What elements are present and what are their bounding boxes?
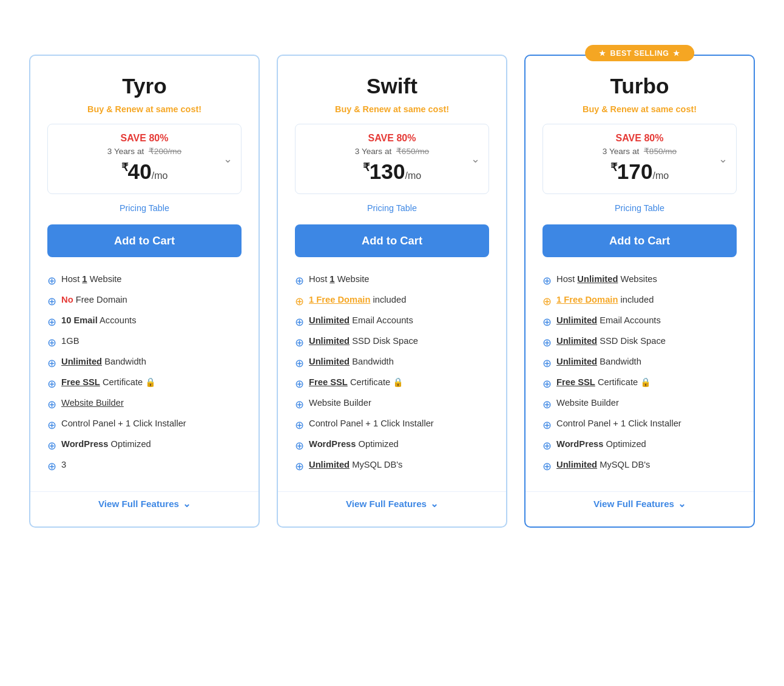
- badge-star-right: ★: [673, 49, 680, 58]
- pricing-table-anchor[interactable]: Pricing Table: [367, 203, 417, 213]
- feature-item: ⊕ Free SSL Certificate 🔒: [47, 374, 242, 394]
- feature-check-icon: ⊕: [47, 316, 56, 329]
- feature-item: ⊕ Unlimited Bandwidth: [542, 353, 737, 374]
- feature-item: ⊕ Unlimited SSD Disk Space: [295, 332, 489, 353]
- feature-item: ⊕ Website Builder: [542, 394, 737, 415]
- save-label: SAVE 80%: [58, 133, 231, 144]
- plan-card-turbo: ★ BEST SELLING ★ Turbo Buy & Renew at sa…: [524, 55, 755, 528]
- years-line: 3 Years at ₹650/mo: [305, 146, 479, 156]
- best-selling-badge: ★ BEST SELLING ★: [585, 45, 694, 61]
- chevron-down-icon[interactable]: ⌄: [223, 153, 232, 166]
- feature-item: ⊕ Host Unlimited Websites: [542, 271, 737, 291]
- plan-name: Tyro: [47, 74, 242, 98]
- feature-check-icon: ⊕: [47, 460, 56, 473]
- pricing-table-anchor[interactable]: Pricing Table: [120, 203, 169, 213]
- feature-item: ⊕ Unlimited Bandwidth: [295, 353, 489, 374]
- feature-check-icon: ⊕: [47, 295, 56, 308]
- chevron-down-icon: ⌄: [183, 498, 191, 509]
- view-features-link[interactable]: View Full Features ⌄: [542, 492, 737, 509]
- feature-check-icon: ⊕: [542, 398, 552, 411]
- feature-check-icon: ⊕: [295, 378, 304, 391]
- feature-item: ⊕ Free SSL Certificate 🔒: [295, 374, 489, 394]
- feature-item: ⊕ Unlimited Bandwidth: [47, 353, 242, 374]
- view-features-link[interactable]: View Full Features ⌄: [47, 492, 242, 509]
- pricing-table-anchor[interactable]: Pricing Table: [615, 203, 664, 213]
- feature-item: ⊕ Website Builder: [295, 394, 489, 415]
- features-list: ⊕ Host Unlimited Websites ⊕ 1 Free Domai…: [542, 271, 737, 477]
- feature-check-icon: ⊕: [47, 419, 56, 432]
- add-to-cart-button[interactable]: Add to Cart: [542, 224, 737, 257]
- feature-item: ⊕ 3: [47, 456, 242, 477]
- plan-card-tyro: Tyro Buy & Renew at same cost! SAVE 80% …: [29, 55, 260, 528]
- feature-check-icon: ⊕: [47, 378, 56, 391]
- pricing-box[interactable]: SAVE 80% 3 Years at ₹200/mo ₹40/mo ⌄: [47, 124, 242, 194]
- plan-tagline: Buy & Renew at same cost!: [542, 104, 737, 114]
- feature-check-icon: ⊕: [542, 337, 552, 349]
- per-mo: /mo: [653, 170, 669, 181]
- feature-check-icon: ⊕: [295, 398, 304, 411]
- current-price: ₹40/mo: [58, 160, 231, 184]
- feature-check-icon: ⊕: [295, 357, 304, 370]
- feature-item: ⊕ Control Panel + 1 Click Installer: [295, 415, 489, 435]
- feature-check-icon: ⊕: [295, 460, 304, 473]
- view-features-link[interactable]: View Full Features ⌄: [295, 492, 489, 509]
- feature-item: ⊕ No Free Domain: [47, 291, 242, 312]
- feature-item: ⊕ Website Builder: [47, 394, 242, 415]
- feature-item: ⊕ Unlimited Email Accounts: [295, 312, 489, 332]
- feature-check-icon: ⊕: [542, 357, 552, 370]
- feature-check-icon: ⊕: [47, 398, 56, 411]
- feature-check-icon: ⊕: [295, 316, 304, 329]
- feature-item: ⊕ WordPress Optimized: [542, 435, 737, 456]
- feature-check-icon: ⊕: [295, 295, 304, 308]
- feature-item: ⊕ 1GB: [47, 332, 242, 353]
- view-features-label: View Full Features: [346, 499, 427, 509]
- plan-tagline: Buy & Renew at same cost!: [295, 104, 489, 114]
- chevron-down-icon[interactable]: ⌄: [471, 153, 480, 166]
- features-list: ⊕ Host 1 Website ⊕ 1 Free Domain include…: [295, 271, 489, 477]
- feature-check-icon: ⊕: [542, 275, 552, 288]
- feature-check-icon: ⊕: [295, 419, 304, 432]
- view-features-label: View Full Features: [593, 499, 674, 509]
- feature-check-icon: ⊕: [542, 316, 552, 329]
- feature-item: ⊕ WordPress Optimized: [47, 435, 242, 456]
- pricing-table-link[interactable]: Pricing Table: [47, 203, 242, 214]
- currency-symbol: ₹: [121, 161, 128, 173]
- currency-symbol: ₹: [363, 161, 370, 173]
- feature-item: ⊕ Free SSL Certificate 🔒: [542, 374, 737, 394]
- add-to-cart-button[interactable]: Add to Cart: [295, 224, 489, 257]
- years-line: 3 Years at ₹200/mo: [58, 146, 231, 156]
- feature-check-icon: ⊕: [295, 337, 304, 349]
- feature-check-icon: ⊕: [542, 440, 552, 452]
- years-line: 3 Years at ₹850/mo: [553, 146, 726, 156]
- badge-star-left: ★: [599, 49, 606, 58]
- feature-item: ⊕ Host 1 Website: [47, 271, 242, 291]
- original-price: ₹650/mo: [396, 147, 429, 156]
- save-label: SAVE 80%: [305, 133, 479, 144]
- pricing-table-link[interactable]: Pricing Table: [295, 203, 489, 214]
- plan-name: Turbo: [542, 74, 737, 98]
- plan-tagline: Buy & Renew at same cost!: [47, 104, 242, 114]
- plans-container: Tyro Buy & Renew at same cost! SAVE 80% …: [12, 55, 772, 528]
- currency-symbol: ₹: [610, 161, 617, 173]
- feature-check-icon: ⊕: [47, 440, 56, 452]
- chevron-down-icon: ⌄: [678, 498, 686, 509]
- pricing-box[interactable]: SAVE 80% 3 Years at ₹850/mo ₹170/mo ⌄: [542, 124, 737, 194]
- plan-card-swift: Swift Buy & Renew at same cost! SAVE 80%…: [277, 55, 507, 528]
- feature-item: ⊕ Control Panel + 1 Click Installer: [542, 415, 737, 435]
- feature-check-icon: ⊕: [542, 460, 552, 473]
- feature-item: ⊕ Unlimited MySQL DB's: [542, 456, 737, 477]
- feature-item: ⊕ Unlimited MySQL DB's: [295, 456, 489, 477]
- pricing-box[interactable]: SAVE 80% 3 Years at ₹650/mo ₹130/mo ⌄: [295, 124, 489, 194]
- feature-check-icon: ⊕: [542, 419, 552, 432]
- add-to-cart-button[interactable]: Add to Cart: [47, 224, 242, 257]
- feature-check-icon: ⊕: [47, 337, 56, 349]
- view-features-label: View Full Features: [98, 499, 179, 509]
- chevron-down-icon[interactable]: ⌄: [718, 153, 728, 166]
- current-price: ₹170/mo: [553, 160, 726, 184]
- original-price: ₹850/mo: [644, 147, 677, 156]
- feature-item: ⊕ Host 1 Website: [295, 271, 489, 291]
- chevron-down-icon: ⌄: [430, 498, 438, 509]
- per-mo: /mo: [405, 170, 422, 181]
- feature-check-icon: ⊕: [542, 378, 552, 391]
- pricing-table-link[interactable]: Pricing Table: [542, 203, 737, 214]
